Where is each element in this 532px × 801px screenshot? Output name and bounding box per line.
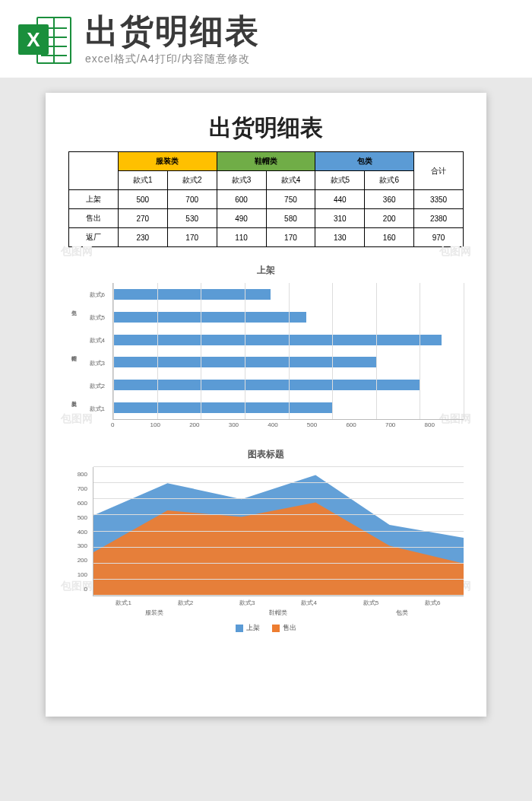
bar-plot-area	[112, 283, 464, 420]
style-header: 款式5	[315, 171, 365, 190]
excel-icon: X	[18, 14, 71, 67]
table-row: 售出 270530 490580 310200 2380	[69, 209, 464, 228]
category-header: 包类	[315, 152, 414, 171]
template-header: X 出货明细表 excel格式/A4打印/内容随意修改	[0, 0, 532, 78]
style-header: 款式1	[118, 171, 167, 190]
area-chart-title: 图表标题	[68, 448, 464, 461]
bar-chart-title: 上架	[68, 264, 464, 277]
area-chart: 图表标题 0100200300400500600700800 款式1款式2款式3…	[68, 448, 464, 633]
area-chart-legend: 上架 售出	[68, 623, 464, 633]
legend-item: 售出	[272, 623, 296, 633]
bar-chart: 上架 包类 鞋帽类 服装类 款式6 款式5 款式4 款式3 款式2 款式1 01…	[68, 264, 464, 428]
document-title: 出货明细表	[68, 113, 464, 144]
category-header: 服装类	[118, 152, 217, 171]
bar-group-labels: 包类 鞋帽类 服装类	[68, 283, 79, 420]
bar-y-category-labels: 款式6 款式5 款式4 款式3 款式2 款式1	[84, 283, 108, 420]
area-x-axis-labels: 款式1款式2款式3款式4款式5款式6	[93, 599, 464, 607]
category-header: 鞋帽类	[217, 152, 315, 171]
header-title: 出货明细表	[85, 14, 514, 48]
style-header: 款式6	[365, 171, 414, 190]
table-row: 返厂 230170 110170 130160 970	[69, 228, 464, 247]
area-x-group-labels: 服装类 鞋帽类 包类	[93, 609, 464, 617]
data-table: 服装类 鞋帽类 包类 合计 款式1 款式2 款式3 款式4 款式5 款式6 上架…	[68, 151, 464, 247]
area-plot-area	[93, 467, 464, 596]
document-page: 包图网 包图网 包图网 包图网 包图网 包图网 出货明细表 服装类 鞋帽类 包类…	[46, 93, 486, 717]
total-header: 合计	[414, 152, 464, 190]
header-subtitle: excel格式/A4打印/内容随意修改	[85, 52, 514, 66]
table-row: 上架 500700 600750 440360 3350	[69, 190, 464, 209]
style-header: 款式2	[167, 171, 217, 190]
area-y-axis-labels: 0100200300400500600700800	[68, 467, 90, 596]
style-header: 款式3	[217, 171, 266, 190]
style-header: 款式4	[266, 171, 315, 190]
bar-x-axis-labels: 0100200300400500600700800	[111, 421, 464, 428]
legend-item: 上架	[236, 623, 260, 633]
